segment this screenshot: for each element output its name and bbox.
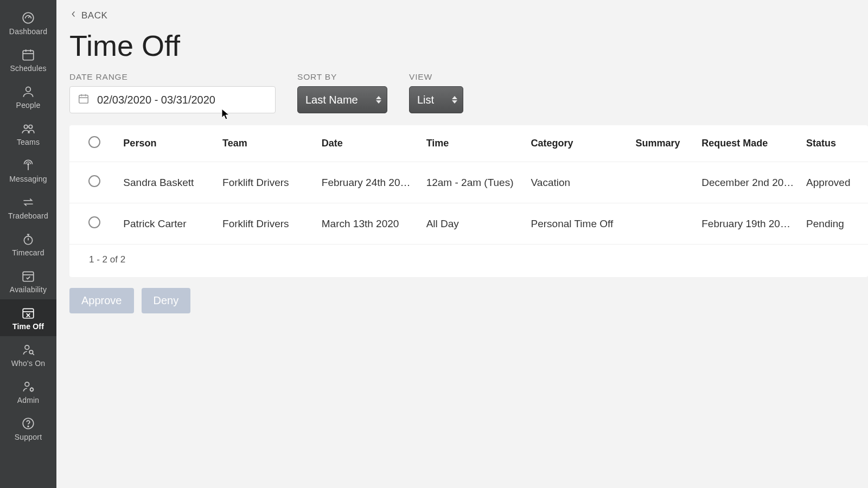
person-search-icon <box>21 343 36 357</box>
sidebar-item-availability[interactable]: Availability <box>0 262 56 299</box>
select-all-radio[interactable] <box>88 136 100 148</box>
svg-point-7 <box>24 125 28 129</box>
dashboard-icon <box>21 11 36 25</box>
cell-request-made: February 19th 20… <box>697 203 802 245</box>
col-team[interactable]: Team <box>218 125 317 162</box>
svg-point-21 <box>25 345 29 350</box>
sort-by-select[interactable]: Last Name <box>297 86 387 113</box>
sidebar-item-dashboard[interactable]: Dashboard <box>0 4 56 41</box>
sidebar-item-schedules[interactable]: Schedules <box>0 41 56 78</box>
col-time[interactable]: Time <box>422 125 527 162</box>
row-select-radio[interactable] <box>88 216 100 228</box>
date-range-value: 02/03/2020 - 03/31/2020 <box>97 94 215 106</box>
sidebar-item-admin[interactable]: Admin <box>0 373 56 410</box>
sidebar-item-timeoff[interactable]: Time Off <box>0 299 56 336</box>
cell-person: Patrick Carter <box>119 203 218 245</box>
svg-rect-17 <box>23 309 34 318</box>
deny-button[interactable]: Deny <box>142 288 191 313</box>
calendar-x-icon <box>21 306 36 320</box>
cell-category: Vacation <box>527 162 631 203</box>
chevron-left-icon <box>69 10 78 21</box>
col-summary[interactable]: Summary <box>631 125 697 162</box>
cell-team: Forklift Drivers <box>218 203 317 245</box>
svg-point-27 <box>28 426 29 427</box>
broadcast-icon <box>21 158 36 172</box>
col-category[interactable]: Category <box>527 125 631 162</box>
cell-date: March 13th 2020 <box>317 203 422 245</box>
updown-caret-icon <box>376 96 381 104</box>
svg-point-25 <box>30 388 33 391</box>
col-status[interactable]: Status <box>802 125 868 162</box>
stopwatch-icon <box>21 232 36 246</box>
sidebar-item-label: Support <box>15 433 42 441</box>
cell-summary <box>631 162 697 203</box>
svg-line-23 <box>33 354 34 355</box>
sidebar-item-teams[interactable]: Teams <box>0 115 56 152</box>
cell-date: February 24th 20… <box>317 162 422 203</box>
sidebar-item-label: Time Off <box>12 322 44 331</box>
sidebar-item-people[interactable]: People <box>0 78 56 115</box>
svg-point-6 <box>26 87 31 92</box>
svg-line-1 <box>28 16 30 18</box>
sidebar-item-timecard[interactable]: Timecard <box>0 226 56 262</box>
sort-by-value: Last Name <box>305 94 358 106</box>
sidebar-item-label: Tradeboard <box>8 211 48 220</box>
people-group-icon <box>21 121 36 136</box>
sidebar-item-label: Who's On <box>11 359 46 368</box>
action-buttons: Approve Deny <box>69 288 868 313</box>
sidebar-item-label: People <box>16 101 41 110</box>
timeoff-table: Person Team Date Time Category Summary R… <box>69 125 868 245</box>
calendar-check-icon <box>21 269 36 283</box>
sidebar-item-label: Dashboard <box>9 27 47 36</box>
col-request-made[interactable]: Request Made <box>697 125 802 162</box>
page-title: Time Off <box>69 29 868 62</box>
cell-category: Personal Time Off <box>527 203 631 245</box>
svg-point-11 <box>24 236 32 245</box>
sidebar-item-support[interactable]: Support <box>0 410 56 447</box>
cell-summary <box>631 203 697 245</box>
sidebar-item-label: Teams <box>17 138 40 146</box>
col-date[interactable]: Date <box>317 125 422 162</box>
swap-icon <box>21 195 36 209</box>
cell-status: Pending <box>802 203 868 245</box>
pager-text: 1 - 2 of 2 <box>69 245 868 277</box>
calendar-icon <box>78 93 90 107</box>
calendar-icon <box>21 48 36 62</box>
svg-point-22 <box>29 350 33 354</box>
svg-rect-28 <box>79 95 88 103</box>
date-range-input[interactable]: 02/03/2020 - 03/31/2020 <box>69 86 276 113</box>
date-range-label: DATE RANGE <box>69 72 276 82</box>
cell-time: All Day <box>422 203 527 245</box>
person-gear-icon <box>21 380 36 394</box>
svg-point-8 <box>29 125 33 129</box>
sidebar-item-label: Schedules <box>10 64 46 73</box>
view-select[interactable]: List <box>409 86 463 113</box>
timeoff-table-card: Person Team Date Time Category Summary R… <box>69 125 868 277</box>
cell-time: 12am - 2am (Tues) <box>422 162 527 203</box>
back-button[interactable]: BACK <box>69 10 107 21</box>
table-header-row: Person Team Date Time Category Summary R… <box>69 125 868 162</box>
svg-point-24 <box>25 382 29 387</box>
sidebar-item-label: Messaging <box>9 175 47 183</box>
sidebar-item-label: Availability <box>10 285 47 294</box>
person-icon <box>21 85 36 99</box>
col-person[interactable]: Person <box>119 125 218 162</box>
sidebar-item-whoson[interactable]: Who's On <box>0 336 56 373</box>
help-circle-icon <box>21 416 36 431</box>
cell-status: Approved <box>802 162 868 203</box>
sidebar-item-messaging[interactable]: Messaging <box>0 152 56 189</box>
sidebar: Dashboard Schedules People Teams Messagi… <box>0 0 56 488</box>
table-row[interactable]: Sandra Baskett Forklift Drivers February… <box>69 162 868 203</box>
cell-team: Forklift Drivers <box>218 162 317 203</box>
row-select-radio[interactable] <box>88 175 100 187</box>
svg-rect-2 <box>23 50 34 60</box>
sidebar-item-label: Admin <box>17 396 40 404</box>
view-value: List <box>417 94 434 106</box>
table-row[interactable]: Patrick Carter Forklift Drivers March 13… <box>69 203 868 245</box>
approve-button[interactable]: Approve <box>69 288 134 313</box>
sidebar-item-label: Timecard <box>12 248 44 257</box>
svg-rect-15 <box>23 272 34 281</box>
sidebar-item-tradeboard[interactable]: Tradeboard <box>0 189 56 226</box>
filter-bar: DATE RANGE 02/03/2020 - 03/31/2020 SORT … <box>69 72 868 113</box>
sort-by-label: SORT BY <box>297 72 387 82</box>
